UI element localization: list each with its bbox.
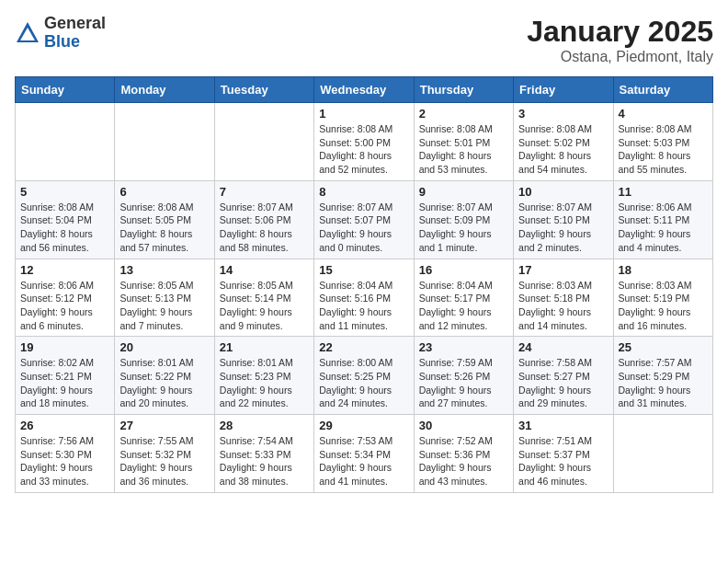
- day-number: 17: [518, 263, 608, 277]
- day-info: Sunrise: 8:03 AM Sunset: 5:19 PM Dayligh…: [619, 279, 708, 333]
- calendar-week-row: 19Sunrise: 8:02 AM Sunset: 5:21 PM Dayli…: [16, 337, 713, 415]
- calendar-cell: 31Sunrise: 7:51 AM Sunset: 5:37 PM Dayli…: [514, 415, 613, 493]
- calendar-week-row: 26Sunrise: 7:56 AM Sunset: 5:30 PM Dayli…: [16, 415, 713, 493]
- title-area: January 2025 Ostana, Piedmont, Italy: [527, 15, 713, 65]
- logo-text: General Blue: [44, 15, 106, 52]
- calendar-cell: 14Sunrise: 8:05 AM Sunset: 5:14 PM Dayli…: [214, 259, 313, 337]
- day-number: 16: [419, 263, 508, 277]
- day-info: Sunrise: 8:03 AM Sunset: 5:18 PM Dayligh…: [518, 279, 608, 333]
- calendar-cell: 19Sunrise: 8:02 AM Sunset: 5:21 PM Dayli…: [16, 337, 115, 415]
- day-info: Sunrise: 7:58 AM Sunset: 5:27 PM Dayligh…: [518, 356, 608, 410]
- weekday-header: Monday: [115, 77, 214, 103]
- logo-icon: [15, 20, 40, 46]
- day-info: Sunrise: 8:01 AM Sunset: 5:22 PM Dayligh…: [119, 356, 209, 410]
- day-number: 27: [119, 419, 209, 432]
- day-info: Sunrise: 8:04 AM Sunset: 5:16 PM Dayligh…: [319, 279, 408, 333]
- day-info: Sunrise: 8:07 AM Sunset: 5:07 PM Dayligh…: [319, 201, 408, 255]
- day-info: Sunrise: 7:53 AM Sunset: 5:34 PM Dayligh…: [319, 434, 408, 488]
- location-title: Ostana, Piedmont, Italy: [527, 49, 713, 65]
- day-number: 2: [419, 107, 508, 121]
- day-number: 7: [220, 185, 309, 199]
- calendar-cell: 16Sunrise: 8:04 AM Sunset: 5:17 PM Dayli…: [414, 259, 513, 337]
- calendar-cell: 1Sunrise: 8:08 AM Sunset: 5:00 PM Daylig…: [314, 103, 414, 181]
- calendar-cell: 11Sunrise: 8:06 AM Sunset: 5:11 PM Dayli…: [613, 180, 712, 259]
- weekday-header-row: SundayMondayTuesdayWednesdayThursdayFrid…: [16, 77, 713, 103]
- calendar-cell: 6Sunrise: 8:08 AM Sunset: 5:05 PM Daylig…: [115, 180, 214, 259]
- day-number: 15: [319, 263, 408, 277]
- day-info: Sunrise: 8:06 AM Sunset: 5:12 PM Dayligh…: [20, 279, 109, 333]
- calendar-cell: 30Sunrise: 7:52 AM Sunset: 5:36 PM Dayli…: [414, 415, 513, 493]
- day-number: 31: [518, 419, 608, 432]
- calendar-cell: 7Sunrise: 8:07 AM Sunset: 5:06 PM Daylig…: [214, 180, 313, 259]
- day-info: Sunrise: 8:05 AM Sunset: 5:14 PM Dayligh…: [220, 279, 309, 333]
- day-info: Sunrise: 7:56 AM Sunset: 5:30 PM Dayligh…: [20, 434, 109, 488]
- calendar-cell: 4Sunrise: 8:08 AM Sunset: 5:03 PM Daylig…: [613, 103, 712, 181]
- day-info: Sunrise: 8:07 AM Sunset: 5:10 PM Dayligh…: [518, 201, 608, 255]
- day-number: 19: [20, 340, 109, 354]
- logo: General Blue: [15, 15, 106, 52]
- calendar-cell: 12Sunrise: 8:06 AM Sunset: 5:12 PM Dayli…: [16, 259, 115, 337]
- calendar-cell: 27Sunrise: 7:55 AM Sunset: 5:32 PM Dayli…: [115, 415, 214, 493]
- day-number: 26: [20, 419, 109, 432]
- logo-general-text: General: [44, 15, 106, 33]
- calendar-cell: 3Sunrise: 8:08 AM Sunset: 5:02 PM Daylig…: [514, 103, 613, 181]
- day-info: Sunrise: 8:07 AM Sunset: 5:09 PM Dayligh…: [419, 201, 508, 255]
- day-number: 11: [619, 185, 708, 199]
- calendar-cell: [214, 103, 313, 181]
- calendar-cell: [613, 415, 712, 493]
- day-info: Sunrise: 8:08 AM Sunset: 5:05 PM Dayligh…: [119, 201, 209, 255]
- page-header: General Blue January 2025 Ostana, Piedmo…: [15, 15, 713, 65]
- calendar-week-row: 12Sunrise: 8:06 AM Sunset: 5:12 PM Dayli…: [16, 259, 713, 337]
- day-info: Sunrise: 8:06 AM Sunset: 5:11 PM Dayligh…: [619, 201, 708, 255]
- day-number: 12: [20, 263, 109, 277]
- day-number: 8: [319, 185, 408, 199]
- calendar-cell: 24Sunrise: 7:58 AM Sunset: 5:27 PM Dayli…: [514, 337, 613, 415]
- day-info: Sunrise: 8:08 AM Sunset: 5:02 PM Dayligh…: [518, 122, 608, 177]
- calendar-cell: 15Sunrise: 8:04 AM Sunset: 5:16 PM Dayli…: [314, 259, 414, 337]
- calendar-cell: 21Sunrise: 8:01 AM Sunset: 5:23 PM Dayli…: [214, 337, 313, 415]
- calendar-week-row: 1Sunrise: 8:08 AM Sunset: 5:00 PM Daylig…: [16, 103, 713, 181]
- day-number: 21: [220, 340, 309, 354]
- calendar-cell: 28Sunrise: 7:54 AM Sunset: 5:33 PM Dayli…: [214, 415, 313, 493]
- day-info: Sunrise: 8:00 AM Sunset: 5:25 PM Dayligh…: [319, 356, 408, 410]
- day-info: Sunrise: 8:08 AM Sunset: 5:01 PM Dayligh…: [419, 122, 508, 177]
- day-number: 30: [419, 419, 508, 432]
- day-info: Sunrise: 8:04 AM Sunset: 5:17 PM Dayligh…: [419, 279, 508, 333]
- weekday-header: Sunday: [16, 77, 115, 103]
- month-title: January 2025: [527, 15, 713, 49]
- day-info: Sunrise: 8:07 AM Sunset: 5:06 PM Dayligh…: [220, 201, 309, 255]
- logo-blue-text: Blue: [44, 33, 106, 52]
- weekday-header: Saturday: [613, 77, 712, 103]
- day-number: 1: [319, 107, 408, 121]
- calendar-cell: 9Sunrise: 8:07 AM Sunset: 5:09 PM Daylig…: [414, 180, 513, 259]
- day-info: Sunrise: 8:05 AM Sunset: 5:13 PM Dayligh…: [119, 279, 209, 333]
- day-number: 20: [119, 340, 209, 354]
- calendar-cell: 13Sunrise: 8:05 AM Sunset: 5:13 PM Dayli…: [115, 259, 214, 337]
- calendar-cell: 17Sunrise: 8:03 AM Sunset: 5:18 PM Dayli…: [514, 259, 613, 337]
- day-number: 23: [419, 340, 508, 354]
- calendar-cell: 22Sunrise: 8:00 AM Sunset: 5:25 PM Dayli…: [314, 337, 414, 415]
- day-number: 5: [20, 185, 109, 199]
- calendar-cell: 8Sunrise: 8:07 AM Sunset: 5:07 PM Daylig…: [314, 180, 414, 259]
- day-number: 28: [220, 419, 309, 432]
- calendar-cell: 26Sunrise: 7:56 AM Sunset: 5:30 PM Dayli…: [16, 415, 115, 493]
- day-info: Sunrise: 7:57 AM Sunset: 5:29 PM Dayligh…: [619, 356, 708, 410]
- calendar-table: SundayMondayTuesdayWednesdayThursdayFrid…: [15, 76, 713, 493]
- day-number: 18: [619, 263, 708, 277]
- day-number: 13: [119, 263, 209, 277]
- calendar-cell: 20Sunrise: 8:01 AM Sunset: 5:22 PM Dayli…: [115, 337, 214, 415]
- calendar-cell: 5Sunrise: 8:08 AM Sunset: 5:04 PM Daylig…: [16, 180, 115, 259]
- day-info: Sunrise: 7:55 AM Sunset: 5:32 PM Dayligh…: [119, 434, 209, 488]
- weekday-header: Friday: [514, 77, 613, 103]
- day-number: 14: [220, 263, 309, 277]
- day-number: 3: [518, 107, 608, 121]
- calendar-cell: 23Sunrise: 7:59 AM Sunset: 5:26 PM Dayli…: [414, 337, 513, 415]
- day-number: 9: [419, 185, 508, 199]
- calendar-cell: 2Sunrise: 8:08 AM Sunset: 5:01 PM Daylig…: [414, 103, 513, 181]
- calendar-cell: 18Sunrise: 8:03 AM Sunset: 5:19 PM Dayli…: [613, 259, 712, 337]
- calendar-cell: [16, 103, 115, 181]
- day-number: 10: [518, 185, 608, 199]
- day-number: 4: [619, 107, 708, 121]
- day-info: Sunrise: 7:54 AM Sunset: 5:33 PM Dayligh…: [220, 434, 309, 488]
- day-info: Sunrise: 7:51 AM Sunset: 5:37 PM Dayligh…: [518, 434, 608, 488]
